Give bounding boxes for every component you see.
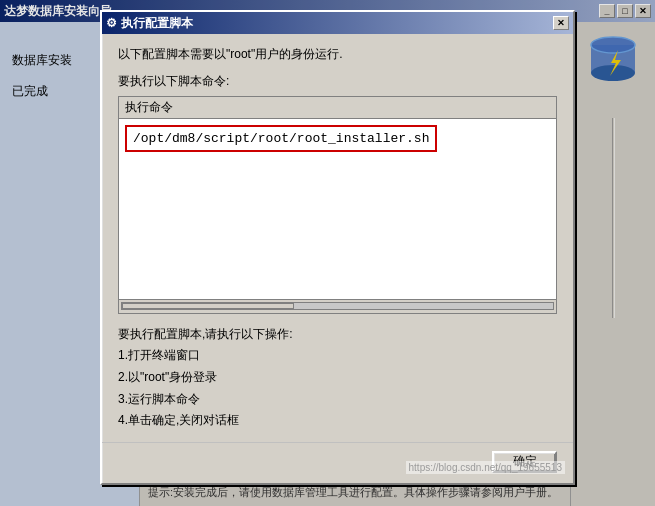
instruction-step-3: 3.运行脚本命令 [118, 389, 557, 411]
dialog-window-controls: ✕ [553, 16, 569, 30]
instruction-step-2: 2.以"root"身份登录 [118, 367, 557, 389]
command-box-title: 执行命令 [119, 97, 556, 119]
dialog-description: 以下配置脚本需要以"root"用户的身份运行. [118, 46, 557, 63]
instruction-step-4: 4.单击确定,关闭对话框 [118, 410, 557, 432]
dialog-body: 以下配置脚本需要以"root"用户的身份运行. 要执行以下脚本命令: 执行命令 … [102, 34, 573, 442]
watermark: https://blog.csdn.net/qq_19655513 [406, 461, 565, 474]
instructions-block: 要执行配置脚本,请执行以下操作: 1.打开终端窗口 2.以"root"身份登录 … [118, 324, 557, 432]
command-text[interactable]: /opt/dm8/script/root/root_installer.sh [125, 125, 437, 152]
dialog-run-label: 要执行以下脚本命令: [118, 73, 557, 90]
horizontal-scrollbar[interactable] [119, 299, 556, 313]
dialog-titlebar: ⚙ 执行配置脚本 ✕ [102, 12, 573, 34]
dialog-icon: ⚙ [106, 16, 117, 30]
instructions-header: 要执行配置脚本,请执行以下操作: [118, 324, 557, 346]
command-box-content: /opt/dm8/script/root/root_installer.sh [119, 119, 556, 299]
scrollbar-track [121, 302, 554, 310]
dialog-title-label: 执行配置脚本 [121, 15, 193, 32]
instruction-step-1: 1.打开终端窗口 [118, 345, 557, 367]
execute-script-dialog: ⚙ 执行配置脚本 ✕ 以下配置脚本需要以"root"用户的身份运行. 要执行以下… [100, 10, 575, 485]
dialog-close-btn[interactable]: ✕ [553, 16, 569, 30]
dialog-title-text: ⚙ 执行配置脚本 [106, 15, 193, 32]
command-box: 执行命令 /opt/dm8/script/root/root_installer… [118, 96, 557, 314]
scrollbar-thumb[interactable] [122, 303, 294, 309]
